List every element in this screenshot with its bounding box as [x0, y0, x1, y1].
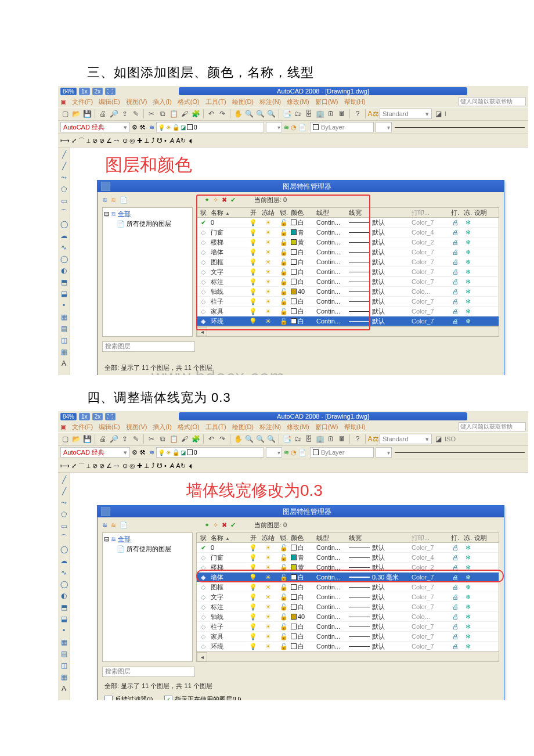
plotstyle-cell[interactable]: Color_4	[412, 229, 449, 236]
plotstyle-cell[interactable]: Color_7	[412, 308, 449, 315]
layer-row[interactable]: ◇ 标注 💡 ☀ 🔓 白 Contin... 默认 Color_7 🖨 ❄	[197, 602, 499, 612]
menu-window[interactable]: 窗口(W)	[315, 98, 338, 106]
freeze-vp-icon[interactable]: ❄	[461, 318, 474, 325]
lineweight-cell[interactable]: 0.30 毫米	[349, 573, 412, 582]
lock-icon[interactable]: 🔓	[277, 258, 291, 266]
polygon-icon[interactable]: ⬠	[59, 510, 68, 519]
dimstyle-icon[interactable]: ◪	[434, 109, 443, 118]
ellipsearc-icon[interactable]: ◐	[59, 266, 68, 275]
lock-icon[interactable]: 🔓	[277, 308, 291, 315]
menu-file[interactable]: 文件(F)	[72, 423, 93, 431]
zoom-1x[interactable]: 1x	[79, 88, 90, 95]
dim-dia-icon[interactable]: ⊘	[99, 462, 104, 470]
lock-icon[interactable]: 🔓	[277, 564, 291, 571]
freeze-vp-icon[interactable]: ❄	[461, 229, 474, 236]
menu-window[interactable]: 窗口(W)	[315, 423, 338, 431]
help-search[interactable]: 键入问题以获取帮助	[459, 97, 526, 106]
horizontal-scrollbar[interactable]: ◂	[197, 651, 499, 661]
color-cell[interactable]: 白	[291, 218, 316, 227]
layer-name[interactable]: 0	[210, 219, 247, 226]
line-icon[interactable]: ╱	[59, 150, 68, 159]
lineweight-cell[interactable]: 默认	[349, 268, 412, 276]
color-cell[interactable]: 青	[291, 228, 316, 237]
lineweight-cell[interactable]: 默认	[349, 297, 412, 306]
publish-icon[interactable]: ⇪	[120, 434, 129, 444]
lock-icon[interactable]: 🔓	[277, 288, 291, 296]
print-preview-icon[interactable]: 🔎	[109, 109, 118, 118]
plotstyle-cell[interactable]: Color_7	[412, 623, 449, 630]
dim-upd-icon[interactable]: A↻	[176, 462, 185, 470]
freeze-vp-icon[interactable]: ❄	[461, 574, 474, 581]
menu-edit[interactable]: 编辑(E)	[99, 98, 120, 106]
color-cell[interactable]: 白	[291, 642, 316, 651]
save-icon[interactable]: 💾	[82, 109, 92, 118]
dim-edit-icon[interactable]: •	[164, 462, 167, 469]
color-cell[interactable]: 40	[291, 288, 316, 295]
xline-icon[interactable]: ╱	[59, 161, 68, 171]
plotstyle-cell[interactable]: Color_2	[412, 564, 449, 571]
on-icon[interactable]: 💡	[247, 258, 259, 266]
scroll-left-icon[interactable]: ◂	[197, 327, 207, 336]
plot-icon[interactable]: 🖨	[449, 574, 461, 581]
set-current-icon[interactable]: ✔	[230, 521, 236, 529]
gradient-icon[interactable]: ▤	[59, 649, 68, 658]
xline-icon[interactable]: ╱	[59, 487, 68, 496]
on-icon[interactable]: 💡	[247, 268, 259, 276]
plotstyle-cell[interactable]: Color_7	[412, 219, 449, 226]
layer-name[interactable]: 标注	[210, 603, 247, 611]
on-icon[interactable]: 💡	[247, 643, 259, 650]
lock-icon[interactable]: 🔓	[277, 593, 291, 601]
layer-name[interactable]: 家具	[210, 632, 247, 641]
color-cell[interactable]: 白	[291, 603, 316, 611]
block-icon[interactable]: ⬓	[59, 614, 68, 624]
layer-combo[interactable]: 💡☀🔓◪0	[156, 447, 264, 458]
on-icon[interactable]: 💡	[247, 613, 259, 621]
ws-gear-icon[interactable]: 🛠	[139, 449, 146, 456]
toolpalettes-icon[interactable]: 🗄	[304, 434, 313, 444]
linetype-cell[interactable]: Contin...	[316, 593, 349, 600]
lock-icon[interactable]: 🔓	[277, 544, 291, 552]
layer-row[interactable]: ◇ 家具 💡 ☀ 🔓 白 Contin... 默认 Color_7 🖨 ❄	[197, 632, 499, 642]
delete-layer-icon[interactable]: ✖	[222, 196, 227, 204]
cut-icon[interactable]: ✂	[147, 434, 156, 444]
plot-icon[interactable]: 🖨	[449, 643, 461, 650]
gradient-icon[interactable]: ▤	[59, 324, 68, 333]
dim-cent-icon[interactable]: ✚	[137, 462, 142, 470]
pan-icon[interactable]: ✋	[233, 109, 243, 118]
print-icon[interactable]: 🖨	[98, 434, 107, 444]
plotstyle-cell[interactable]: Colo...	[412, 613, 449, 620]
arc-icon[interactable]: ⌒	[59, 208, 68, 217]
sheetset-icon[interactable]: 🏢	[315, 109, 324, 118]
menu-help[interactable]: 帮助(H)	[344, 98, 366, 106]
color-cell[interactable]: 白	[291, 307, 316, 316]
freeze-vp-icon[interactable]: ❄	[461, 643, 474, 650]
lineweight-cell[interactable]: 默认	[349, 563, 412, 572]
layer-name[interactable]: 图框	[210, 583, 247, 592]
region-icon[interactable]: ◫	[59, 336, 68, 345]
lock-icon[interactable]: 🔓	[277, 298, 291, 305]
dim-jog-icon[interactable]: ⤴	[151, 137, 155, 144]
on-icon[interactable]: 💡	[247, 584, 259, 591]
plot-icon[interactable]: 🖨	[449, 278, 461, 285]
freeze-vp-icon[interactable]: ❄	[461, 544, 474, 552]
circle-icon[interactable]: ◯	[59, 545, 68, 554]
menu-insert[interactable]: 插入(I)	[153, 98, 171, 106]
linetype-cell[interactable]: Contin...	[316, 258, 349, 265]
ws-settings-icon[interactable]: ⚙	[132, 124, 138, 131]
new-group-icon[interactable]: ≋	[111, 196, 116, 204]
linetype-cell[interactable]: Contin...	[316, 633, 349, 640]
color-cell[interactable]: 白	[291, 573, 316, 582]
layer-row[interactable]: ◇ 文字 💡 ☀ 🔓 白 Contin... 默认 Color_7 🖨 ❄	[197, 592, 499, 602]
ws-gear-icon[interactable]: 🛠	[139, 124, 146, 131]
layer-name[interactable]: 柱子	[210, 297, 247, 306]
color-cell[interactable]: 青	[291, 553, 316, 562]
layer-row[interactable]: ◇ 图框 💡 ☀ 🔓 白 Contin... 默认 Color_7 🖨 ❄	[197, 257, 499, 267]
revcloud-icon[interactable]: ☁	[59, 231, 68, 240]
insert-icon[interactable]: ⬒	[59, 603, 68, 612]
new-icon[interactable]: ▢	[60, 434, 70, 444]
layer-row[interactable]: ◆ 环境 💡 ☀ 🔓 白 Contin... 默认 Color_7 🖨 ❄	[197, 316, 499, 326]
zoom-realtime-icon[interactable]: 🔍	[244, 109, 254, 118]
layer-name[interactable]: 墙体	[210, 573, 247, 582]
style-combo[interactable]: Standard▾	[380, 434, 432, 444]
layer-row[interactable]: ◇ 柱子 💡 ☀ 🔓 白 Contin... 默认 Color_7 🖨 ❄	[197, 622, 499, 632]
